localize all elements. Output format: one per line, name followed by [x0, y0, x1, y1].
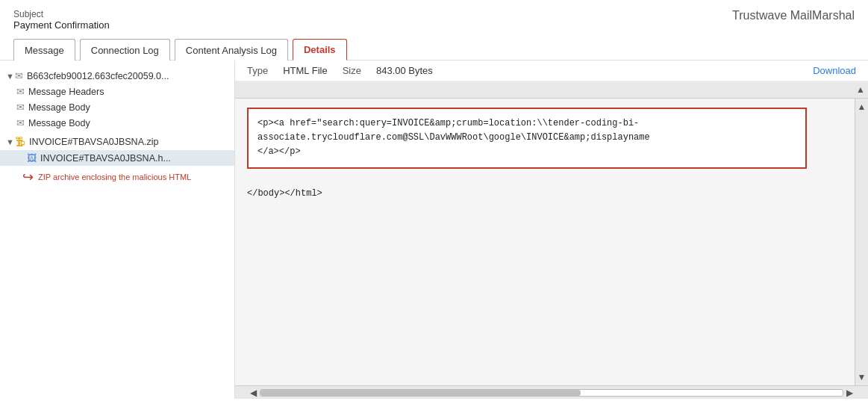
download-link[interactable]: Download — [813, 65, 856, 76]
type-label: Type — [247, 65, 268, 76]
right-panel: Type HTML File Size 843.00 Bytes Downloa… — [235, 60, 868, 399]
tab-message[interactable]: Message — [13, 39, 75, 60]
curved-arrow-icon: ↩ — [22, 169, 34, 185]
size-value: 843.00 Bytes — [376, 65, 433, 76]
tab-bar: Message Connection Log Content Analysis … — [0, 34, 868, 60]
scroll-right-icon[interactable]: ▶ — [846, 388, 853, 398]
horizontal-scrollbar[interactable]: ◀ ▶ — [235, 385, 868, 399]
scroll-up-button[interactable]: ▲ — [855, 83, 867, 96]
top-bar: Subject Payment Confirmation Trustwave M… — [0, 0, 868, 34]
root-item-label: B663cfeb90012.663cfec20059.0... — [27, 71, 169, 81]
tab-connection-log[interactable]: Connection Log — [80, 39, 170, 60]
tree-msg-body-2[interactable]: ✉ Message Body — [0, 115, 234, 131]
h-scroll-thumb[interactable] — [260, 390, 581, 396]
file-info-bar: Type HTML File Size 843.00 Bytes Downloa… — [235, 60, 868, 81]
h-scroll-track — [260, 389, 843, 397]
type-value: HTML File — [283, 65, 327, 76]
tree-msg-headers[interactable]: ✉ Message Headers — [0, 84, 234, 99]
tree-msg-body-1[interactable]: ✉ Message Body — [0, 99, 234, 115]
tab-details[interactable]: Details — [293, 39, 347, 60]
zip-annotation: ↩ ZIP archive enclosing the malicious HT… — [0, 166, 234, 188]
scroll-left-icon[interactable]: ◀ — [250, 388, 257, 398]
html-item-label: INVOICE#TBAVSA0JBSNA.h... — [40, 153, 171, 164]
code-line-1: <p><a href="search:query=INVOICE&amp;cru… — [257, 118, 639, 128]
code-line-2: associate.trycloudflare.com@SSL\DavWWWRo… — [257, 132, 650, 143]
toggle-root: ▼ — [6, 72, 15, 81]
vertical-scrollbar[interactable]: ▲ ▼ — [855, 99, 868, 385]
scroll-down-icon[interactable]: ▼ — [856, 370, 868, 384]
zip-annotation-text: ZIP archive enclosing the malicious HTML — [38, 173, 191, 181]
malicious-code-block: <p><a href="search:query=INVOICE&amp;cru… — [247, 108, 807, 169]
msg-body-2-label: Message Body — [28, 118, 90, 128]
envelope-icon-2: ✉ — [16, 102, 25, 113]
zip-item-label: INVOICE#TBAVSA0JBSNA.zip — [29, 137, 158, 147]
zip-icon: 🗜 — [15, 136, 25, 148]
scroll-up-icon[interactable]: ▲ — [856, 100, 868, 114]
subject-value: Payment Confirmation — [13, 19, 110, 31]
toggle-zip: ▼ — [6, 137, 15, 146]
size-label: Size — [343, 65, 361, 76]
main-content: ▼ ✉ B663cfeb90012.663cfec20059.0... ✉ Me… — [0, 60, 868, 399]
html-file-icon: 🖼 — [27, 152, 37, 164]
tree-html-file[interactable]: 🖼 INVOICE#TBAVSA0JBSNA.h... — [0, 150, 234, 166]
code-line-3: </a></p> — [257, 146, 301, 157]
brand-label: Trustwave MailMarshal — [732, 9, 855, 22]
tab-content-analysis-log[interactable]: Content Analysis Log — [175, 39, 288, 60]
content-viewer: <p><a href="search:query=INVOICE&amp;cru… — [235, 99, 868, 385]
msg-headers-label: Message Headers — [28, 87, 104, 97]
tree-zip[interactable]: ▼ 🗜 INVOICE#TBAVSA0JBSNA.zip — [0, 134, 234, 150]
left-panel: ▼ ✉ B663cfeb90012.663cfec20059.0... ✉ Me… — [0, 60, 235, 399]
subject-block: Subject Payment Confirmation — [13, 9, 110, 31]
subject-label: Subject — [13, 9, 110, 19]
email-icon: ✉ — [15, 70, 23, 81]
tree-root-email[interactable]: ▼ ✉ B663cfeb90012.663cfec20059.0... — [0, 68, 234, 84]
closing-tag: </body></html> — [247, 181, 853, 199]
envelope-icon-1: ✉ — [16, 86, 25, 97]
envelope-icon-3: ✉ — [16, 117, 25, 128]
msg-body-1-label: Message Body — [28, 102, 90, 113]
